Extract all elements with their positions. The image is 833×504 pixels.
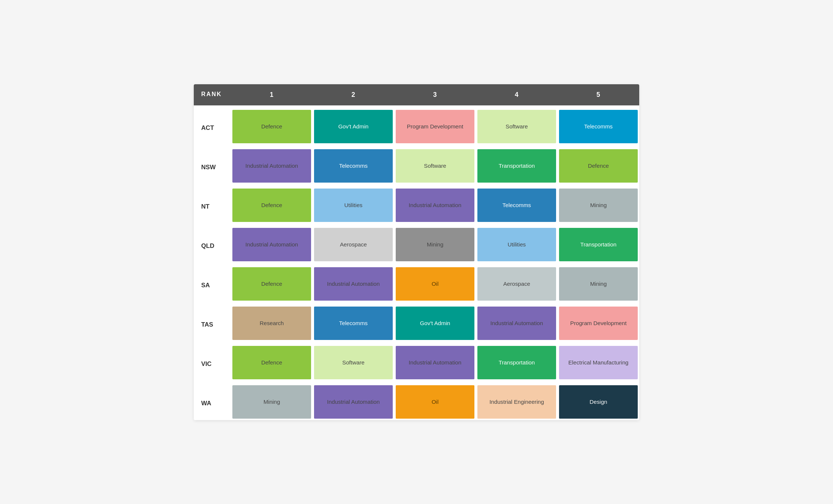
rank-label: RANK xyxy=(194,84,231,105)
cell-qld-5: Transportation xyxy=(559,228,638,261)
cell-tas-5: Program Development xyxy=(559,307,638,340)
row-label-qld: QLD xyxy=(194,226,231,263)
row-label-nsw: NSW xyxy=(194,148,231,184)
cell-tas-3: Gov't Admin xyxy=(396,307,474,340)
row-gap-1 xyxy=(194,145,639,148)
grid: RANK 1 2 3 4 5 ACTDefenceGov't AdminProg… xyxy=(194,84,639,420)
cell-wa-2: Industrial Automation xyxy=(314,385,393,419)
cell-sa-2: Industrial Automation xyxy=(314,267,393,301)
col-header-4: 4 xyxy=(476,84,558,105)
row-gap-2 xyxy=(194,184,639,187)
cell-nt-3: Industrial Automation xyxy=(396,189,474,222)
cell-tas-1: Research xyxy=(232,307,311,340)
row-gap-0 xyxy=(194,105,639,108)
row-label-tas: TAS xyxy=(194,305,231,341)
row-gap-4 xyxy=(194,263,639,266)
row-label-vic: VIC xyxy=(194,344,231,381)
cell-wa-4: Industrial Engineering xyxy=(477,385,556,419)
cell-qld-3: Mining xyxy=(396,228,474,261)
cell-tas-2: Telecomms xyxy=(314,307,393,340)
row-label-sa: SA xyxy=(194,266,231,302)
cell-nsw-1: Industrial Automation xyxy=(232,149,311,183)
row-gap-5 xyxy=(194,302,639,305)
cell-nt-5: Mining xyxy=(559,189,638,222)
row-label-wa: WA xyxy=(194,384,231,420)
col-header-1: 1 xyxy=(231,84,313,105)
cell-sa-3: Oil xyxy=(396,267,474,301)
cell-wa-1: Mining xyxy=(232,385,311,419)
cell-nsw-4: Transportation xyxy=(477,149,556,183)
cell-act-5: Telecomms xyxy=(559,110,638,143)
cell-nt-2: Utilities xyxy=(314,189,393,222)
cell-nsw-2: Telecomms xyxy=(314,149,393,183)
cell-vic-4: Transportation xyxy=(477,346,556,379)
cell-wa-3: Oil xyxy=(396,385,474,419)
cell-qld-2: Aerospace xyxy=(314,228,393,261)
cell-nt-1: Defence xyxy=(232,189,311,222)
cell-nt-4: Telecomms xyxy=(477,189,556,222)
cell-sa-1: Defence xyxy=(232,267,311,301)
cell-vic-5: Electrical Manufacturing xyxy=(559,346,638,379)
row-gap-6 xyxy=(194,341,639,344)
row-gap-7 xyxy=(194,381,639,384)
cell-qld-1: Industrial Automation xyxy=(232,228,311,261)
cell-tas-4: Industrial Automation xyxy=(477,307,556,340)
cell-nsw-5: Defence xyxy=(559,149,638,183)
main-table: RANK 1 2 3 4 5 ACTDefenceGov't AdminProg… xyxy=(194,84,639,420)
cell-act-3: Program Development xyxy=(396,110,474,143)
col-header-2: 2 xyxy=(313,84,394,105)
row-gap-3 xyxy=(194,223,639,226)
cell-vic-1: Defence xyxy=(232,346,311,379)
cell-qld-4: Utilities xyxy=(477,228,556,261)
row-label-act: ACT xyxy=(194,108,231,145)
col-header-3: 3 xyxy=(394,84,476,105)
cell-vic-3: Industrial Automation xyxy=(396,346,474,379)
cell-sa-5: Mining xyxy=(559,267,638,301)
cell-act-1: Defence xyxy=(232,110,311,143)
cell-wa-5: Design xyxy=(559,385,638,419)
row-label-nt: NT xyxy=(194,187,231,223)
cell-nsw-3: Software xyxy=(396,149,474,183)
cell-act-4: Software xyxy=(477,110,556,143)
col-header-5: 5 xyxy=(558,84,639,105)
cell-sa-4: Aerospace xyxy=(477,267,556,301)
cell-act-2: Gov't Admin xyxy=(314,110,393,143)
cell-vic-2: Software xyxy=(314,346,393,379)
